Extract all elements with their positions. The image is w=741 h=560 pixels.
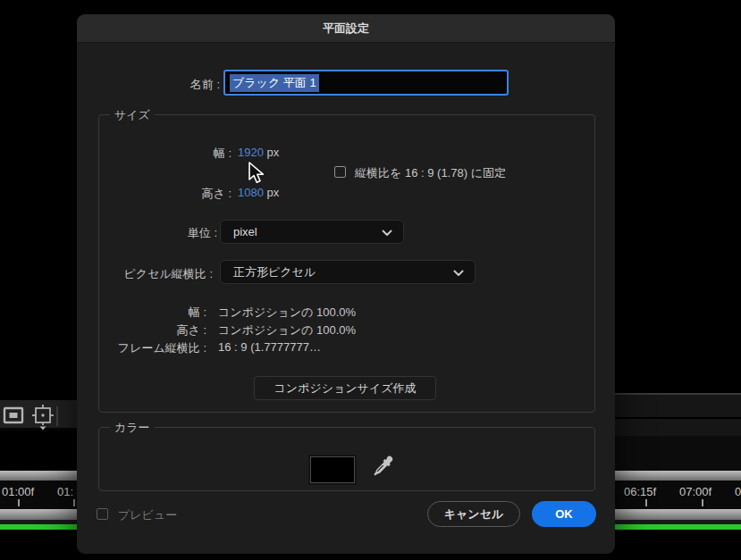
preview-label: プレビュー <box>118 507 177 523</box>
comp-height-value: コンポジションの 100.0% <box>218 322 356 339</box>
chevron-down-icon <box>453 270 464 277</box>
frame-aspect-value: 16 : 9 (1.7777777… <box>218 340 321 354</box>
aspect-lock-checkbox[interactable] <box>334 166 346 178</box>
timecode-label: 0 <box>735 485 741 498</box>
comp-width-value: コンポジションの 100.0% <box>218 305 356 321</box>
height-label: 高さ : <box>135 186 232 202</box>
chevron-down-icon <box>382 230 392 237</box>
unit-dropdown-value: pixel <box>233 225 257 238</box>
frame-aspect-label: フレーム縦横比 : <box>99 340 206 356</box>
name-input-selected-text: ブラック 平面 1 <box>230 74 319 92</box>
timeline-track-area <box>615 436 741 472</box>
solid-settings-dialog: 平面設定 名前 : ブラック 平面 1 サイズ 幅 : 1920 px 縦横比を… <box>77 14 615 554</box>
make-comp-size-button[interactable]: コンポジションサイズ作成 <box>254 376 436 400</box>
size-group: サイズ 幅 : 1920 px 縦横比を 16 : 9 (1.78) に固定 高… <box>98 114 595 413</box>
pixel-aspect-dropdown-value: 正方形ピクセル <box>233 264 316 280</box>
ruler-tick <box>702 499 703 506</box>
comp-target-icon[interactable] <box>31 404 55 430</box>
name-label: 名前 : <box>113 77 220 93</box>
timecode-label: 01: <box>57 485 73 498</box>
ruler-tick <box>73 499 75 506</box>
height-unit: px <box>264 186 279 199</box>
size-group-legend: サイズ <box>110 108 155 121</box>
color-group-legend: カラー <box>110 421 155 434</box>
mouse-cursor <box>247 161 265 186</box>
height-number[interactable]: 1080 <box>238 186 264 199</box>
unit-dropdown[interactable]: pixel <box>220 220 404 244</box>
timeline-right-panel <box>615 393 741 472</box>
cancel-button[interactable]: キャンセル <box>427 501 520 527</box>
height-value[interactable]: 1080 px <box>238 186 279 199</box>
color-group: カラー <box>98 427 595 491</box>
ruler-tick <box>645 499 647 506</box>
timecode-label: 01:00f <box>2 485 34 498</box>
layer-row <box>615 395 741 417</box>
timecode-label: 07:00f <box>679 485 712 498</box>
pixel-aspect-dropdown[interactable]: 正方形ピクセル <box>220 260 476 284</box>
comp-width-label: 幅 : <box>99 305 206 321</box>
eyedropper-icon[interactable] <box>371 454 394 479</box>
ruler-tick <box>18 499 20 506</box>
timeline-toolbar-panel <box>0 400 77 430</box>
timecode-label: 06:15f <box>624 485 656 498</box>
width-value[interactable]: 1920 px <box>238 146 279 159</box>
region-of-interest-icon[interactable] <box>3 406 24 424</box>
color-swatch[interactable] <box>310 456 355 483</box>
preview-checkbox[interactable] <box>97 508 108 520</box>
dialog-title-bar[interactable]: 平面設定 <box>77 14 615 43</box>
comp-height-label: 高さ : <box>99 322 206 339</box>
layer-row <box>615 419 741 436</box>
toolbar-separator <box>56 406 58 426</box>
width-unit: px <box>264 146 279 159</box>
name-input[interactable]: ブラック 平面 1 <box>223 70 509 96</box>
pixel-aspect-label: ピクセル縦横比 : <box>99 266 213 282</box>
width-label: 幅 : <box>135 146 232 162</box>
width-number[interactable]: 1920 <box>238 146 264 159</box>
aspect-lock-label: 縦横比を 16 : 9 (1.78) に固定 <box>355 165 506 181</box>
unit-label: 単位 : <box>135 225 217 241</box>
dialog-title: 平面設定 <box>323 21 369 37</box>
ok-button[interactable]: OK <box>532 501 596 527</box>
